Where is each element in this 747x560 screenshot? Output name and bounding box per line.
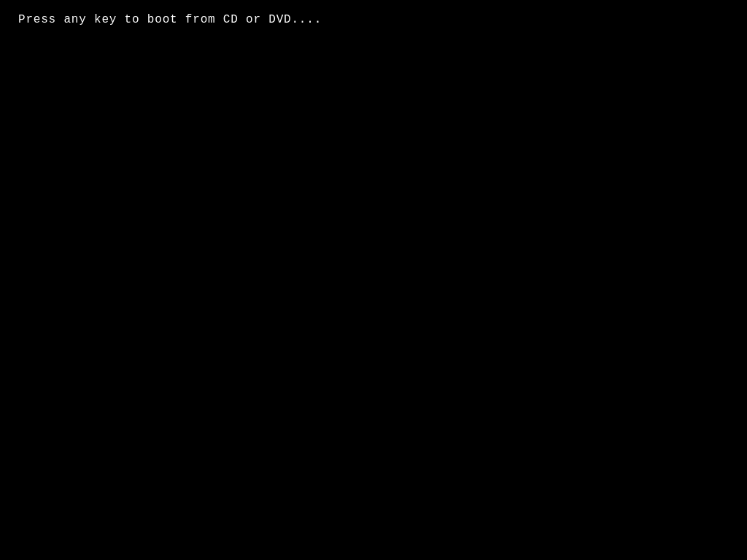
boot-prompt-text: Press any key to boot from CD or DVD.... <box>18 13 322 26</box>
boot-screen: Press any key to boot from CD or DVD.... <box>0 0 747 560</box>
